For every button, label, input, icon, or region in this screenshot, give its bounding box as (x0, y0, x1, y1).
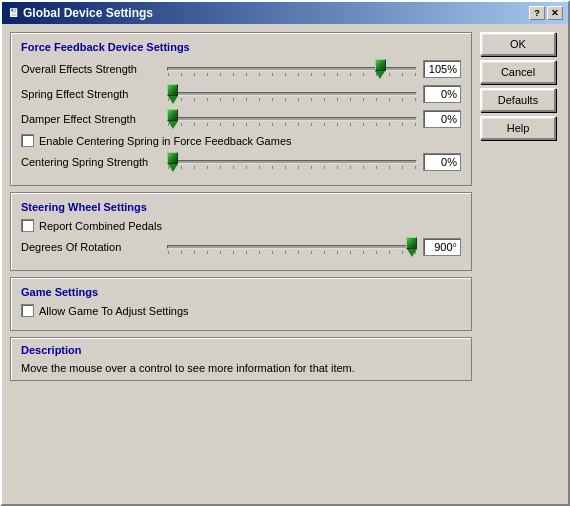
tick (194, 73, 195, 76)
tick (376, 123, 377, 126)
tick (376, 73, 377, 76)
overall-effects-label: Overall Effects Strength (21, 63, 161, 75)
tick (389, 166, 390, 169)
tick (259, 251, 260, 254)
steering-wheel-title: Steering Wheel Settings (21, 201, 461, 213)
tick (337, 98, 338, 101)
tick (389, 73, 390, 76)
tick (337, 123, 338, 126)
thumb-top (167, 152, 178, 164)
tick (389, 251, 390, 254)
steering-wheel-section: Steering Wheel Settings Report Combined … (10, 192, 472, 271)
tick (181, 98, 182, 101)
tick (285, 251, 286, 254)
tick (350, 123, 351, 126)
tick (298, 123, 299, 126)
tick (389, 123, 390, 126)
tick (220, 98, 221, 101)
centering-spring-label: Centering Spring Strength (21, 156, 161, 168)
tick (298, 98, 299, 101)
enable-centering-label: Enable Centering Spring in Force Feedbac… (39, 135, 292, 147)
tick (168, 251, 169, 254)
tick (194, 123, 195, 126)
ok-button[interactable]: OK (480, 32, 556, 56)
allow-game-row: Allow Game To Adjust Settings (21, 304, 461, 317)
tick (415, 73, 416, 76)
main-content: Force Feedback Device Settings Overall E… (2, 24, 568, 504)
description-title: Description (21, 344, 461, 356)
tick (376, 166, 377, 169)
main-window: 🖥 Global Device Settings ? ✕ Force Feedb… (0, 0, 570, 506)
window-icon: 🖥 (7, 6, 19, 20)
degrees-rotation-label: Degrees Of Rotation (21, 241, 161, 253)
defaults-button[interactable]: Defaults (480, 88, 556, 112)
tick (402, 98, 403, 101)
report-pedals-checkbox[interactable] (21, 219, 34, 232)
titlebar: 🖥 Global Device Settings ? ✕ (2, 2, 568, 24)
enable-centering-checkbox[interactable] (21, 134, 34, 147)
thumb-top (167, 84, 178, 96)
tick (272, 251, 273, 254)
tick (298, 73, 299, 76)
tick (233, 98, 234, 101)
tick (246, 98, 247, 101)
damper-effect-slider-container (167, 109, 417, 129)
help-button[interactable]: Help (480, 116, 556, 140)
overall-effects-slider-container (167, 59, 417, 79)
tick (194, 166, 195, 169)
centering-spring-row: Centering Spring Strength 0% (21, 152, 461, 172)
description-section: Description Move the mouse over a contro… (10, 337, 472, 381)
tick (337, 251, 338, 254)
degrees-rotation-thumb[interactable] (406, 237, 417, 257)
tick (324, 73, 325, 76)
spring-effect-thumb[interactable] (167, 84, 178, 104)
tick (402, 251, 403, 254)
tick (233, 166, 234, 169)
tick (272, 123, 273, 126)
cancel-button[interactable]: Cancel (480, 60, 556, 84)
tick (220, 73, 221, 76)
spring-effect-value: 0% (423, 85, 461, 103)
overall-effects-thumb[interactable] (375, 59, 386, 79)
overall-effects-row: Overall Effects Strength 105% (21, 59, 461, 79)
thumb-top (167, 109, 178, 121)
tick (311, 73, 312, 76)
help-titlebar-button[interactable]: ? (529, 6, 545, 20)
tick (181, 166, 182, 169)
allow-game-checkbox[interactable] (21, 304, 34, 317)
tick (285, 123, 286, 126)
tick (311, 251, 312, 254)
tick (233, 73, 234, 76)
centering-spring-value: 0% (423, 153, 461, 171)
tick (350, 251, 351, 254)
tick (415, 98, 416, 101)
tick (194, 98, 195, 101)
tick (246, 123, 247, 126)
tick (181, 73, 182, 76)
tick (246, 73, 247, 76)
tick (168, 98, 169, 101)
degrees-rotation-ticks (167, 251, 417, 254)
right-panel: OK Cancel Defaults Help (480, 32, 560, 496)
spring-effect-label: Spring Effect Strength (21, 88, 161, 100)
tick (168, 166, 169, 169)
tick (415, 251, 416, 254)
tick (272, 73, 273, 76)
spring-effect-row: Spring Effect Strength 0% (21, 84, 461, 104)
force-feedback-section: Force Feedback Device Settings Overall E… (10, 32, 472, 186)
force-feedback-title: Force Feedback Device Settings (21, 41, 461, 53)
tick (220, 166, 221, 169)
tick (194, 251, 195, 254)
tick (246, 166, 247, 169)
close-titlebar-button[interactable]: ✕ (547, 6, 563, 20)
tick (402, 123, 403, 126)
centering-spring-thumb[interactable] (167, 152, 178, 172)
tick (233, 123, 234, 126)
tick (259, 98, 260, 101)
tick (285, 73, 286, 76)
description-text: Move the mouse over a control to see mor… (21, 362, 461, 374)
damper-effect-thumb[interactable] (167, 109, 178, 129)
degrees-rotation-slider-container (167, 237, 417, 257)
tick (311, 123, 312, 126)
tick (168, 123, 169, 126)
